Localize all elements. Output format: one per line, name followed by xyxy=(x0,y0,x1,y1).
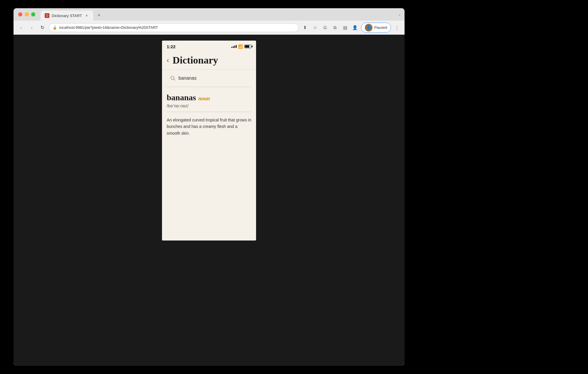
signal-bars-icon xyxy=(231,45,237,48)
signal-bar-3 xyxy=(234,46,235,48)
app-title: Dictionary xyxy=(173,55,218,66)
toolbar: ‹ › ↻ 🔒 localhost:9981/pie?pieid=18&name… xyxy=(14,21,405,35)
back-arrow-button[interactable]: ‹ xyxy=(167,57,169,64)
paused-label: Paused xyxy=(374,25,387,30)
paused-button[interactable]: 👤 Paused xyxy=(361,23,391,33)
back-button[interactable]: ‹ xyxy=(17,24,25,32)
favicon-label: D xyxy=(46,14,48,17)
refresh-button[interactable]: ↻ xyxy=(38,24,46,32)
extensions-icon[interactable]: ⧉ xyxy=(331,24,339,32)
user-avatar: 👤 xyxy=(365,24,372,31)
tab-bar: D Dictionary START ✕ + ⌄ xyxy=(14,8,405,21)
result-divider xyxy=(167,112,251,112)
close-traffic-light[interactable] xyxy=(18,12,22,16)
svg-line-1 xyxy=(174,79,175,81)
battery-fill xyxy=(245,45,249,48)
word-part-of-speech: noun xyxy=(198,96,210,102)
status-bar: 1:22 📶 xyxy=(162,41,256,52)
share-icon[interactable]: ⬆ xyxy=(301,24,309,32)
search-text: bananas xyxy=(178,76,196,81)
bookmark-icon[interactable]: ☆ xyxy=(311,24,319,32)
signal-bar-2 xyxy=(233,46,234,48)
signal-bar-1 xyxy=(231,47,232,48)
wifi-icon: 📶 xyxy=(238,44,243,49)
scroll-area xyxy=(162,141,256,241)
sidebar-icon[interactable]: ▤ xyxy=(341,24,349,32)
phone-frame: 1:22 📶 ‹ Dictionary xyxy=(162,41,256,241)
word-definition: An elongated curved tropical fruit that … xyxy=(167,117,251,136)
profile-icon[interactable]: 👤 xyxy=(351,24,359,32)
tab-favicon: D xyxy=(45,13,49,18)
active-tab[interactable]: D Dictionary START ✕ xyxy=(41,11,93,21)
browser-window: D Dictionary START ✕ + ⌄ ‹ › ↻ 🔒 localho… xyxy=(14,8,405,366)
minimize-traffic-light[interactable] xyxy=(25,12,29,16)
traffic-lights xyxy=(18,12,35,16)
maximize-traffic-light[interactable] xyxy=(31,12,35,16)
status-icons: 📶 xyxy=(231,44,251,49)
address-bar[interactable]: 🔒 localhost:9981/pie?pieid=18&name=Dicti… xyxy=(49,23,299,32)
status-time: 1:22 xyxy=(167,44,176,49)
search-bar[interactable]: bananas xyxy=(167,73,251,83)
word-result: bananas noun /bəˈnɑːnəz/ An elongated cu… xyxy=(162,87,256,141)
word-title: bananas xyxy=(167,93,196,102)
translate-icon[interactable]: G xyxy=(321,24,329,32)
address-text: localhost:9981/pie?pieid=18&name=Diction… xyxy=(59,25,158,30)
page-content: 1:22 📶 ‹ Dictionary xyxy=(14,35,405,366)
tab-close-button[interactable]: ✕ xyxy=(84,13,89,18)
new-tab-button[interactable]: + xyxy=(95,11,103,19)
forward-button[interactable]: › xyxy=(28,24,36,32)
search-icon xyxy=(170,76,176,81)
tab-dropdown-button[interactable]: ⌄ xyxy=(398,12,401,16)
signal-bar-4 xyxy=(236,45,237,48)
toolbar-right: ⬆ ☆ G ⧉ ▤ 👤 👤 Paused ⋮ xyxy=(301,23,401,33)
lock-icon: 🔒 xyxy=(53,26,57,30)
menu-icon[interactable]: ⋮ xyxy=(393,24,401,32)
word-title-row: bananas noun xyxy=(167,93,251,102)
word-phonetic: /bəˈnɑːnəz/ xyxy=(167,103,251,108)
app-header: ‹ Dictionary xyxy=(162,52,256,70)
tab-title: Dictionary START xyxy=(52,14,82,18)
battery-icon xyxy=(244,45,251,48)
search-section: bananas xyxy=(162,70,256,87)
